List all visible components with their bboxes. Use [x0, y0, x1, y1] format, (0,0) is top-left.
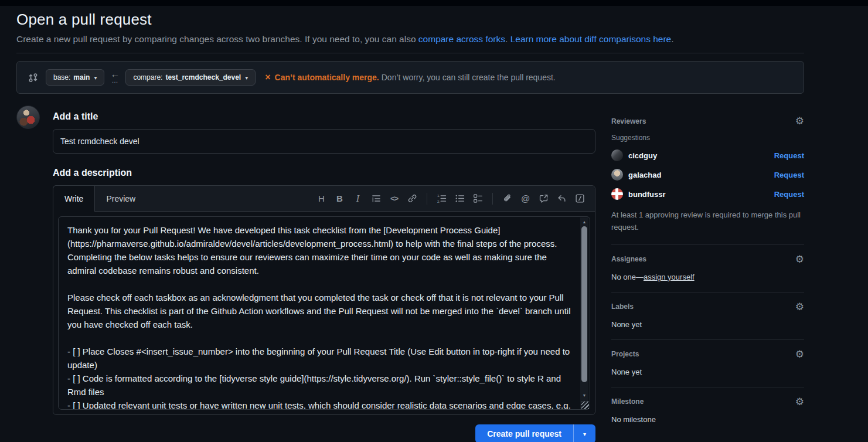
gear-icon[interactable]: ⚙	[795, 116, 804, 126]
gear-icon[interactable]: ⚙	[795, 397, 804, 407]
svg-text:1.: 1.	[437, 193, 440, 198]
milestone-title: Milestone	[611, 397, 644, 406]
assign-yourself-link[interactable]: assign yourself	[644, 273, 695, 281]
merge-status-detail: Don’t worry, you can still create the pu…	[382, 73, 556, 82]
scrollbar-thumb[interactable]	[581, 226, 587, 382]
projects-empty-text: None yet	[611, 368, 804, 376]
avatar	[611, 149, 623, 161]
diff-comparisons-link[interactable]: Learn more about diff comparisons here	[510, 34, 672, 44]
header-divider	[16, 53, 804, 53]
merge-status: ×Can’t automatically merge.Don’t worry, …	[265, 72, 556, 83]
slash-commands-icon[interactable]	[571, 190, 589, 208]
description-label: Add a description	[53, 168, 595, 178]
pr-title-input[interactable]	[53, 129, 595, 154]
reviewer-username[interactable]: cicdguy	[628, 151, 657, 160]
compare-branch-selector[interactable]: compare: test_rcmdcheck_devel ▾	[125, 69, 256, 86]
git-compare-icon	[28, 72, 39, 83]
mention-icon[interactable]: @	[516, 190, 535, 208]
scroll-down-icon[interactable]: ▼	[580, 391, 588, 399]
base-branch-name: main	[73, 73, 90, 81]
comparison-direction-arrow: ← …	[110, 71, 120, 84]
scroll-up-icon[interactable]: ▲	[580, 217, 588, 226]
quote-icon[interactable]	[367, 190, 385, 208]
gear-icon[interactable]: ⚙	[795, 254, 804, 264]
gear-icon[interactable]: ⚙	[795, 302, 804, 312]
bulleted-list-icon[interactable]	[451, 190, 469, 208]
gear-icon[interactable]: ⚙	[795, 349, 804, 359]
merge-status-message: Can’t automatically merge.	[275, 73, 379, 82]
chevron-down-icon: ▾	[94, 74, 97, 81]
assignees-empty-text: No one—	[611, 273, 644, 281]
italic-icon[interactable]: I	[349, 190, 367, 208]
svg-text:2.: 2.	[437, 199, 440, 203]
reply-icon[interactable]	[553, 190, 571, 208]
base-branch-prefix: base:	[53, 73, 70, 81]
subtitle-separator: .	[505, 34, 510, 44]
pr-form: Add a title Add a description Write Prev…	[53, 106, 595, 442]
title-label: Add a title	[53, 111, 595, 122]
link-icon[interactable]	[403, 190, 421, 208]
discussion-sidebar: Reviewers ⚙ Suggestions cicdguy Request …	[611, 106, 804, 442]
request-review-link[interactable]: Request	[774, 151, 804, 160]
toolbar-divider	[492, 193, 493, 205]
subtitle-text: Create a new pull request by comparing c…	[16, 34, 418, 44]
milestone-section: Milestone ⚙ No milestone	[611, 387, 804, 434]
pull-request-compose-page: Open a pull request Create a new pull re…	[0, 11, 868, 442]
heading-icon[interactable]: H	[312, 190, 331, 208]
avatar	[611, 169, 623, 181]
code-icon[interactable]: <>	[385, 190, 403, 208]
attach-file-icon[interactable]	[498, 190, 516, 208]
tab-write[interactable]: Write	[53, 185, 95, 212]
editor-header: Write Preview H B I <>	[53, 186, 595, 212]
projects-section: Projects ⚙ None yet	[611, 340, 804, 387]
reviewer-row: bundfussr Request	[611, 188, 804, 200]
compare-across-forks-link[interactable]: compare across forks	[418, 34, 505, 44]
chevron-down-icon: ▾	[245, 74, 248, 81]
assignees-empty-state: No one—assign yourself	[611, 273, 804, 281]
compare-branch-name: test_rcmdcheck_devel	[165, 73, 241, 81]
create-options-dropdown-button[interactable]: ▾	[573, 424, 595, 442]
milestone-empty-text: No milestone	[611, 415, 804, 424]
global-header-edge	[0, 0, 868, 6]
editor-body: Thank you for your Pull Request! We have…	[53, 212, 595, 414]
avatar	[611, 188, 623, 200]
assignees-title: Assignees	[611, 255, 646, 263]
labels-empty-text: None yet	[611, 320, 804, 329]
markdown-toolbar: H B I <>	[312, 186, 595, 211]
numbered-list-icon[interactable]: 1. 2.	[433, 190, 451, 208]
page-title: Open a pull request	[16, 11, 804, 29]
avatar	[16, 106, 40, 129]
assignees-section: Assignees ⚙ No one—assign yourself	[611, 245, 804, 293]
pr-description-textarea[interactable]: Thank you for your Pull Request! We have…	[58, 216, 590, 410]
subtitle-end: .	[671, 34, 673, 44]
toolbar-divider	[427, 193, 427, 205]
page-subtitle: Create a new pull request by comparing c…	[16, 34, 804, 45]
branch-compare-bar: base: main ▾ ← … compare: test_rcmdcheck…	[16, 61, 804, 94]
projects-title: Projects	[611, 350, 639, 358]
textarea-resize-grip[interactable]	[581, 401, 589, 409]
bold-icon[interactable]: B	[331, 190, 349, 208]
reviewer-username[interactable]: bundfussr	[628, 190, 666, 199]
create-pull-request-button-group: Create pull request ▾	[475, 424, 595, 442]
request-review-link[interactable]: Request	[774, 171, 804, 179]
ellipsis-icon: …	[111, 77, 118, 84]
reviewers-title: Reviewers	[611, 117, 646, 125]
cross-reference-icon[interactable]	[535, 190, 553, 208]
task-list-icon[interactable]	[469, 190, 487, 208]
suggestions-label: Suggestions	[611, 134, 804, 142]
create-pull-request-button[interactable]: Create pull request	[475, 424, 573, 442]
reviewer-row: cicdguy Request	[611, 149, 804, 161]
labels-title: Labels	[611, 302, 634, 311]
reviewers-section: Reviewers ⚙ Suggestions cicdguy Request …	[611, 107, 804, 245]
x-icon: ×	[265, 72, 270, 82]
review-requirement-note: At least 1 approving review is required …	[611, 209, 804, 234]
form-actions: Create pull request ▾	[53, 424, 595, 442]
compare-branch-prefix: compare:	[133, 73, 162, 81]
tab-preview[interactable]: Preview	[95, 186, 147, 211]
textarea-scrollbar[interactable]: ▲ ▼	[580, 217, 588, 409]
base-branch-selector[interactable]: base: main ▾	[46, 69, 104, 86]
reviewer-username[interactable]: galachad	[628, 171, 661, 179]
author-column	[16, 106, 40, 442]
request-review-link[interactable]: Request	[774, 190, 804, 199]
labels-section: Labels ⚙ None yet	[611, 293, 804, 340]
